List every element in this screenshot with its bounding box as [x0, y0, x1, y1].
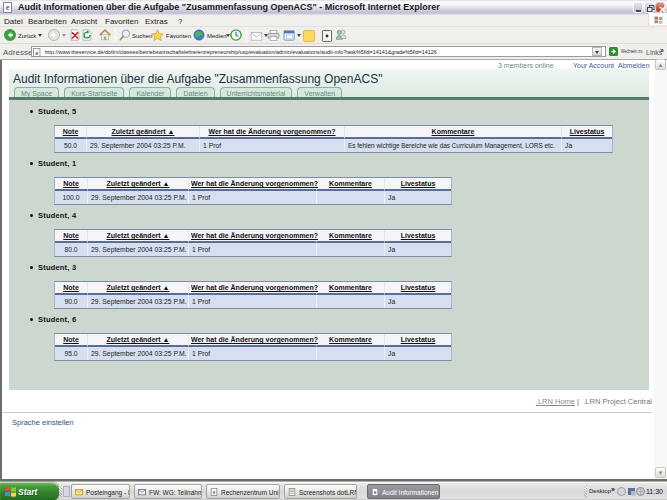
svg-text:e: e [35, 49, 38, 56]
svg-text:e: e [6, 3, 10, 12]
